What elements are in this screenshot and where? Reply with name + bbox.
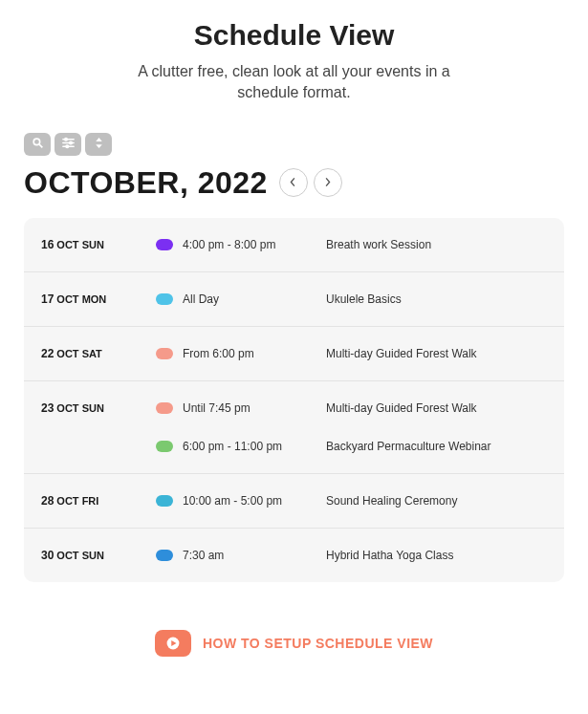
event-row[interactable]: 6:00 pm - 11:00 pmBackyard Permaculture … — [41, 435, 547, 458]
event-title: Multi-day Guided Forest Walk — [326, 347, 547, 360]
page-subtitle: A clutter free, clean look at all your e… — [113, 61, 476, 104]
svg-line-1 — [39, 144, 42, 147]
event-row[interactable]: 22OCT SATFrom 6:00 pmMulti-day Guided Fo… — [41, 342, 547, 365]
filter-icon — [61, 137, 76, 152]
sort-icon — [94, 137, 104, 152]
event-row[interactable]: 30OCT SUN7:30 amHybrid Hatha Yoga Class — [41, 544, 547, 567]
event-title: Breath work Session — [326, 238, 547, 251]
toolbar — [24, 133, 564, 156]
event-title: Sound Healing Ceremony — [326, 494, 547, 508]
event-color-dot — [156, 495, 183, 507]
day-group: 30OCT SUN7:30 amHybrid Hatha Yoga Class — [24, 529, 564, 582]
setup-link-label: HOW TO SETUP SCHEDULE VIEW — [203, 636, 433, 651]
event-title: Hybrid Hatha Yoga Class — [326, 549, 547, 562]
event-color-dot — [156, 441, 183, 452]
svg-point-5 — [64, 138, 67, 141]
event-color-dot — [156, 402, 183, 414]
svg-point-7 — [66, 145, 69, 148]
month-nav — [279, 168, 342, 197]
play-icon — [155, 630, 191, 657]
event-row[interactable]: 17OCT MONAll DayUkulele Basics — [41, 288, 547, 311]
day-group: 28OCT FRI10:00 am - 5:00 pmSound Healing… — [24, 474, 564, 529]
event-date: 17OCT MON — [41, 292, 156, 306]
event-time: 7:30 am — [183, 549, 326, 562]
event-time: 6:00 pm - 11:00 pm — [183, 440, 326, 453]
chevron-right-icon — [323, 176, 332, 190]
day-group: 17OCT MONAll DayUkulele Basics — [24, 272, 564, 327]
page-title: Schedule View — [24, 19, 564, 52]
sort-button[interactable] — [85, 133, 112, 156]
event-date: 16OCT SUN — [41, 238, 156, 251]
event-time: From 6:00 pm — [183, 347, 326, 360]
setup-link[interactable]: HOW TO SETUP SCHEDULE VIEW — [24, 630, 564, 657]
search-button[interactable] — [24, 133, 51, 156]
svg-point-6 — [69, 141, 72, 144]
event-date: 22OCT SAT — [41, 347, 156, 360]
event-title: Ukulele Basics — [326, 292, 547, 306]
event-title: Multi-day Guided Forest Walk — [326, 401, 547, 415]
event-time: Until 7:45 pm — [183, 401, 326, 415]
page-header: Schedule View A clutter free, clean look… — [24, 19, 564, 104]
event-time: All Day — [183, 292, 326, 306]
event-date: 23OCT SUN — [41, 401, 156, 415]
event-color-dot — [156, 293, 183, 305]
search-icon — [32, 137, 44, 152]
chevron-left-icon — [289, 176, 297, 190]
event-time: 4:00 pm - 8:00 pm — [183, 238, 326, 251]
month-title: OCTOBER, 2022 — [24, 165, 268, 201]
svg-point-0 — [33, 139, 40, 145]
prev-month-button[interactable] — [279, 168, 308, 197]
month-header: OCTOBER, 2022 — [24, 165, 564, 201]
event-title: Backyard Permaculture Webinar — [326, 440, 547, 453]
event-row[interactable]: 23OCT SUNUntil 7:45 pmMulti-day Guided F… — [41, 397, 547, 420]
filter-button[interactable] — [54, 133, 81, 156]
day-group: 16OCT SUN4:00 pm - 8:00 pmBreath work Se… — [24, 218, 564, 272]
day-group: 23OCT SUNUntil 7:45 pmMulti-day Guided F… — [24, 381, 564, 474]
event-row[interactable]: 28OCT FRI10:00 am - 5:00 pmSound Healing… — [41, 489, 547, 512]
event-time: 10:00 am - 5:00 pm — [183, 494, 326, 508]
event-row[interactable]: 16OCT SUN4:00 pm - 8:00 pmBreath work Se… — [41, 233, 547, 256]
day-group: 22OCT SATFrom 6:00 pmMulti-day Guided Fo… — [24, 327, 564, 381]
event-date: 28OCT FRI — [41, 494, 156, 508]
schedule-list: 16OCT SUN4:00 pm - 8:00 pmBreath work Se… — [24, 218, 564, 582]
event-color-dot — [156, 348, 183, 359]
next-month-button[interactable] — [314, 168, 342, 197]
event-color-dot — [156, 550, 183, 561]
event-color-dot — [156, 239, 183, 250]
event-date: 30OCT SUN — [41, 549, 156, 562]
